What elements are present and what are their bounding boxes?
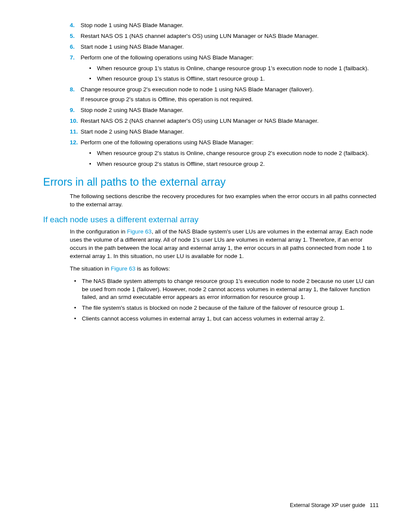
step-number: 7. [70,54,75,62]
intro-paragraph: The following sections describe the reco… [70,193,379,209]
step-5: 5.Restart NAS OS 1 (NAS channel adapter'… [70,32,379,40]
step-4: 4.Stop node 1 using NAS Blade Manager. [70,22,379,30]
step-number: 6. [70,43,75,51]
step-text: Start node 2 using NAS Blade Manager. [81,128,184,135]
p3-part-b: is as follows: [135,265,170,272]
step-text: Restart NAS OS 1 (NAS channel adapter's … [81,33,319,39]
step-number: 9. [70,106,75,115]
step-text: Change resource group 2's execution node… [81,86,314,93]
step-8: 8.Change resource group 2's execution no… [70,86,379,104]
step-text: Perform one of the following operations … [81,54,253,61]
step-9: 9.Stop node 2 using NAS Blade Manager. [70,106,379,115]
step-text: Stop node 2 using NAS Blade Manager. [81,107,184,113]
step-7-sub-1: When resource group 1's status is Online… [89,65,379,73]
step-12-sub-2: When resource group 2's status is Offlin… [89,160,379,168]
footer-page-number: 111 [370,502,379,508]
heading-different-external-array: If each node uses a different external a… [43,215,379,224]
bullet-1: The NAS Blade system attempts to change … [74,277,379,302]
bullet-3: Clients cannot access volumes in externa… [74,315,379,323]
figure-63-link-2[interactable]: Figure 63 [111,265,135,272]
heading-errors-all-paths: Errors in all paths to the external arra… [43,176,379,188]
step-12: 12.Perform one of the following operatio… [70,139,379,168]
step-number: 12. [70,139,78,147]
step-number: 8. [70,86,75,94]
step-7: 7.Perform one of the following operation… [70,54,379,84]
page-footer: External Storage XP user guide 111 [290,502,379,508]
step-number: 5. [70,32,75,40]
procedure-steps: 4.Stop node 1 using NAS Blade Manager. 5… [70,22,379,168]
footer-title: External Storage XP user guide [290,502,365,508]
step-number: 11. [70,128,78,136]
step-11: 11.Start node 2 using NAS Blade Manager. [70,128,379,136]
step-text: Stop node 1 using NAS Blade Manager. [81,22,184,28]
step-12-sub-1: When resource group 2's status is Online… [89,149,379,158]
step-10: 10.Restart NAS OS 2 (NAS channel adapter… [70,117,379,125]
bullet-2: The file system's status is blocked on n… [74,304,379,312]
p2-part-a: In the configuration in [70,228,127,235]
situation-bullets: The NAS Blade system attempts to change … [74,277,379,323]
document-page: 4.Stop node 1 using NAS Blade Manager. 5… [0,0,411,345]
config-paragraph: In the configuration in Figure 63, all o… [70,228,379,261]
step-6: 6.Start node 1 using NAS Blade Manager. [70,43,379,51]
step-text: Start node 1 using NAS Blade Manager. [81,44,184,50]
step-number: 4. [70,22,75,30]
step-number: 10. [70,117,78,125]
situation-paragraph: The situation in Figure 63 is as follows… [70,265,379,273]
step-8-extra: If resource group 2's status is Offline,… [81,96,379,104]
step-text: Perform one of the following operations … [81,139,253,146]
figure-63-link[interactable]: Figure 63 [127,228,152,235]
step-text: Restart NAS OS 2 (NAS channel adapter's … [81,118,319,124]
p3-part-a: The situation in [70,265,111,272]
step-7-sub-2: When resource group 1's status is Offlin… [89,75,379,83]
